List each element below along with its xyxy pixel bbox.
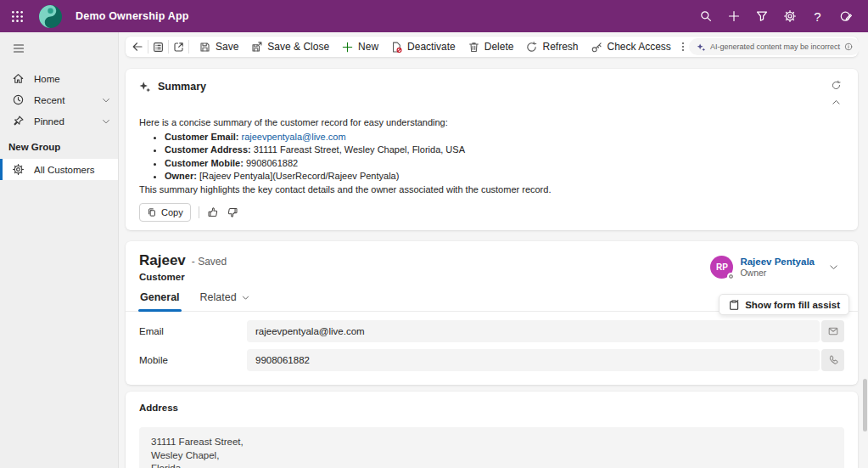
thumbs-up-icon[interactable]	[207, 206, 219, 218]
gear-icon[interactable]	[776, 0, 804, 32]
divider	[199, 206, 199, 218]
pin-icon	[12, 115, 25, 127]
chevron-down-icon[interactable]	[828, 262, 839, 273]
summary-bullet: Owner: [Rajeev Pentyala](UserRecord/Raje…	[165, 170, 844, 183]
new-button[interactable]: New	[335, 37, 384, 57]
chevron-down-icon	[241, 293, 250, 302]
email-field[interactable]: rajeevpentyala@live.com	[247, 320, 820, 342]
sidebar-group-label: New Group	[0, 132, 118, 159]
sidebar-item-label: Pinned	[34, 116, 64, 127]
app-title: Demo Ownership App	[76, 10, 189, 22]
save-button[interactable]: Save	[193, 37, 244, 57]
address-line: 31111 Fareast Street,	[151, 436, 832, 449]
avatar: RP	[710, 256, 733, 279]
refresh-button[interactable]: Refresh	[519, 37, 584, 57]
deactivate-button[interactable]: Deactivate	[384, 37, 462, 57]
popout-icon[interactable]	[172, 37, 185, 57]
sparkle-icon	[139, 81, 151, 93]
thumbs-down-icon[interactable]	[227, 206, 238, 218]
filter-icon[interactable]	[748, 0, 776, 32]
scrollbar-thumb[interactable]	[863, 379, 867, 431]
address-line: Wesley Chapel,	[151, 449, 832, 463]
save-and-close-button[interactable]: Save & Close	[244, 37, 335, 57]
summary-intro: Here is a concise summary of the custome…	[139, 116, 844, 129]
header-actions: ?	[692, 0, 868, 32]
sparkle-icon	[697, 42, 706, 52]
key-icon	[591, 41, 603, 54]
email-link[interactable]: rajeevpentyala@live.com	[241, 132, 345, 142]
clipboard-sparkle-icon	[728, 299, 740, 311]
address-field[interactable]: 31111 Fareast Street, Wesley Chapel, Flo…	[139, 427, 844, 468]
sidebar-item-all-customers[interactable]: All Customers	[0, 159, 118, 180]
record-status: - Saved	[192, 256, 227, 268]
home-icon	[12, 72, 25, 85]
command-bar: Save Save & Close New	[126, 37, 858, 57]
field-section: Email rajeevpentyala@live.com Mobile 990…	[126, 312, 858, 385]
summary-bullet: Customer Mobile: 9908061882	[165, 157, 844, 170]
plus-icon[interactable]	[720, 0, 748, 32]
record-card: Rajeev - Saved Customer RP Rajeev Pentya…	[126, 241, 858, 385]
sidebar-item-label: Home	[34, 74, 60, 84]
address-card: Address 31111 Fareast Street, Wesley Cha…	[126, 392, 858, 468]
field-row-mobile: Mobile 9908061882	[139, 346, 844, 375]
info-icon[interactable]	[844, 42, 853, 51]
tab-related[interactable]: Related	[200, 291, 250, 311]
chevron-down-icon[interactable]	[101, 116, 111, 127]
summary-bullet: Customer Address: 31111 Fareast Street, …	[165, 144, 844, 156]
sidebar-item-recent[interactable]: Recent	[0, 89, 118, 110]
sidebar-item-label: Recent	[34, 95, 64, 105]
collapse-summary-icon[interactable]	[827, 95, 844, 109]
sidebar-item-home[interactable]: Home	[0, 68, 118, 89]
save-close-icon	[250, 41, 263, 54]
search-icon[interactable]	[692, 0, 720, 32]
field-label: Mobile	[139, 355, 247, 365]
summary-card: Summary Here is a concise summary of the…	[126, 69, 858, 230]
address-section-title: Address	[139, 403, 844, 413]
app-header: Demo Ownership App ?	[0, 0, 868, 32]
summary-title: Summary	[158, 81, 206, 93]
new-plus-icon	[341, 41, 354, 54]
clock-icon	[12, 93, 25, 106]
help-icon[interactable]: ?	[804, 0, 832, 32]
tab-general[interactable]: General	[140, 291, 180, 311]
more-vertical-icon[interactable]	[677, 37, 689, 57]
chevron-down-icon[interactable]	[101, 95, 111, 105]
phone-icon[interactable]	[821, 349, 844, 371]
sidebar: Home Recent Pinned New Grou	[0, 32, 119, 468]
deactivate-icon	[390, 41, 403, 54]
summary-bullet: Customer Email: rajeevpentyala@live.com	[165, 131, 844, 144]
mail-icon[interactable]	[821, 320, 844, 342]
owner-field[interactable]: RP Rajeev Pentyala Owner	[710, 252, 839, 282]
presence-badge	[727, 273, 735, 280]
record-entity: Customer	[139, 272, 227, 282]
address-line: Florida,	[151, 462, 832, 468]
delete-button[interactable]: Delete	[462, 37, 520, 57]
gear-icon	[12, 163, 25, 176]
waffle-icon[interactable]	[0, 0, 34, 32]
back-button[interactable]	[131, 37, 144, 57]
refresh-summary-icon[interactable]	[827, 78, 844, 92]
owner-name-link[interactable]: Rajeev Pentyala	[740, 257, 815, 268]
sidebar-item-label: All Customers	[34, 165, 95, 175]
field-label: Email	[139, 326, 247, 336]
main-content: Save Save & Close New	[119, 32, 868, 468]
divider	[188, 40, 189, 54]
mobile-field[interactable]: 9908061882	[247, 349, 820, 371]
show-as-icon[interactable]	[152, 37, 165, 57]
show-form-fill-assist-button[interactable]: Show form fill assist	[719, 294, 849, 315]
ai-disclaimer: AI-generated content may be incorrect	[689, 38, 860, 55]
field-row-email: Email rajeevpentyala@live.com	[139, 317, 844, 346]
hamburger-icon[interactable]	[0, 36, 29, 61]
app-logo	[39, 5, 62, 28]
divider	[168, 40, 169, 54]
sidebar-item-pinned[interactable]: Pinned	[0, 110, 118, 132]
check-access-button[interactable]: Check Access	[585, 37, 677, 57]
refresh-icon	[525, 41, 538, 54]
copy-icon	[147, 207, 157, 217]
copy-button[interactable]: Copy	[139, 203, 191, 222]
feedback-icon[interactable]	[832, 0, 860, 32]
ai-disclaimer-text: AI-generated content may be incorrect	[710, 42, 840, 51]
summary-bullet-list: Customer Email: rajeevpentyala@live.com …	[139, 131, 844, 183]
owner-role-label: Owner	[740, 268, 815, 278]
save-icon	[199, 41, 211, 54]
